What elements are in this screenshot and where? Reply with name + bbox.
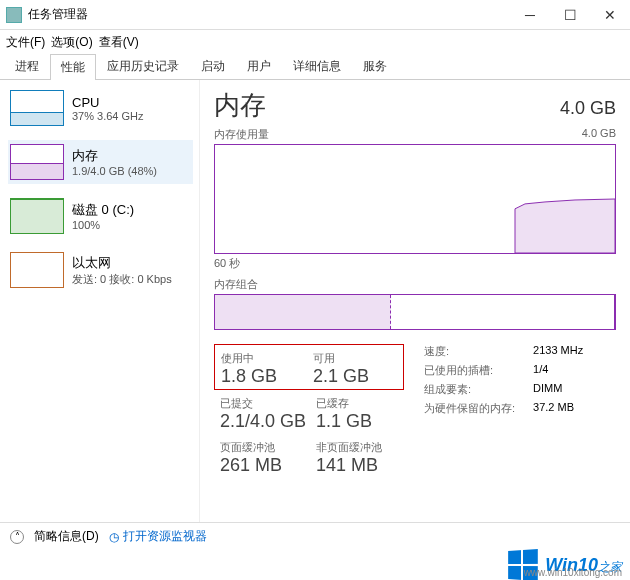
tab-app-history[interactable]: 应用历史记录 <box>96 53 190 79</box>
right-form-value: DIMM <box>533 382 583 397</box>
cpu-thumb-icon <box>10 90 64 126</box>
sidebar-cpu-title: CPU <box>72 95 144 110</box>
sidebar-cpu-sub: 37% 3.64 GHz <box>72 110 144 122</box>
stat-committed-label: 已提交 <box>220 396 308 411</box>
stat-in-use-label: 使用中 <box>221 351 305 366</box>
tab-performance[interactable]: 性能 <box>50 54 96 80</box>
right-slots-label: 已使用的插槽: <box>424 363 515 378</box>
open-resource-monitor-link[interactable]: ◷ 打开资源监视器 <box>109 528 207 545</box>
stat-cached-value: 1.1 GB <box>316 411 404 432</box>
fewer-details-link[interactable]: 简略信息(D) <box>34 528 99 545</box>
sidebar-disk-title: 磁盘 0 (C:) <box>72 201 134 219</box>
composition-label: 内存组合 <box>214 277 616 292</box>
minimize-button[interactable]: ─ <box>510 1 550 29</box>
usage-graph-label: 内存使用量 <box>214 127 269 142</box>
tab-details[interactable]: 详细信息 <box>282 53 352 79</box>
sidebar-memory-title: 内存 <box>72 147 157 165</box>
sidebar-disk-sub: 100% <box>72 219 134 231</box>
disk-thumb-icon <box>10 198 64 234</box>
detail-capacity: 4.0 GB <box>560 98 616 119</box>
sidebar-memory-sub: 1.9/4.0 GB (48%) <box>72 165 157 177</box>
sidebar-ethernet-sub: 发送: 0 接收: 0 Kbps <box>72 272 172 287</box>
stat-in-use-value: 1.8 GB <box>221 366 305 387</box>
tab-users[interactable]: 用户 <box>236 53 282 79</box>
close-button[interactable]: ✕ <box>590 1 630 29</box>
right-reserved-value: 37.2 MB <box>533 401 583 416</box>
stat-available-value: 2.1 GB <box>313 366 397 387</box>
sidebar-ethernet-title: 以太网 <box>72 254 172 272</box>
graph-timescale: 60 秒 <box>214 256 616 271</box>
stat-nonpaged-value: 141 MB <box>316 455 404 476</box>
usage-graph-max: 4.0 GB <box>582 127 616 142</box>
menu-options[interactable]: 选项(O) <box>51 34 92 51</box>
memory-usage-graph <box>214 144 616 254</box>
chevron-up-icon[interactable]: ˄ <box>10 530 24 544</box>
right-speed-value: 2133 MHz <box>533 344 583 359</box>
menu-file[interactable]: 文件(F) <box>6 34 45 51</box>
stat-nonpaged-label: 非页面缓冲池 <box>316 440 404 455</box>
right-slots-value: 1/4 <box>533 363 583 378</box>
sidebar-item-memory[interactable]: 内存 1.9/4.0 GB (48%) <box>6 140 193 184</box>
stat-committed-value: 2.1/4.0 GB <box>220 411 308 432</box>
detail-title: 内存 <box>214 88 266 123</box>
sidebar-item-disk[interactable]: 磁盘 0 (C:) 100% <box>6 194 193 238</box>
right-speed-label: 速度: <box>424 344 515 359</box>
memory-composition-bar <box>214 294 616 330</box>
memory-thumb-icon <box>10 144 64 180</box>
app-icon <box>6 7 22 23</box>
sidebar-item-ethernet[interactable]: 以太网 发送: 0 接收: 0 Kbps <box>6 248 193 292</box>
stat-cached-label: 已缓存 <box>316 396 404 411</box>
menu-view[interactable]: 查看(V) <box>99 34 139 51</box>
stat-paged-label: 页面缓冲池 <box>220 440 308 455</box>
monitor-icon: ◷ <box>109 530 119 544</box>
window-title: 任务管理器 <box>28 6 510 23</box>
right-reserved-label: 为硬件保留的内存: <box>424 401 515 416</box>
right-form-label: 组成要素: <box>424 382 515 397</box>
ethernet-thumb-icon <box>10 252 64 288</box>
maximize-button[interactable]: ☐ <box>550 1 590 29</box>
tab-processes[interactable]: 进程 <box>4 53 50 79</box>
watermark-url: www.win10xitong.com <box>524 567 622 578</box>
tab-startup[interactable]: 启动 <box>190 53 236 79</box>
stat-paged-value: 261 MB <box>220 455 308 476</box>
sidebar-item-cpu[interactable]: CPU 37% 3.64 GHz <box>6 86 193 130</box>
tab-services[interactable]: 服务 <box>352 53 398 79</box>
stat-available-label: 可用 <box>313 351 397 366</box>
